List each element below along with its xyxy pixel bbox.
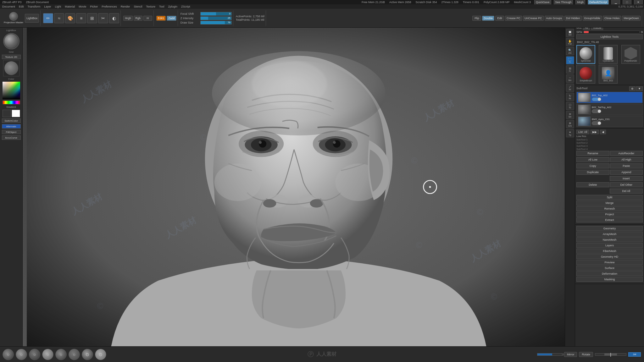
del-all-btn[interactable]: Del All <box>610 189 643 194</box>
cylinder3d-thumb[interactable]: Cylinder3D <box>599 45 618 64</box>
texture-menu[interactable]: Texture <box>145 5 156 8</box>
stencil-menu[interactable]: Stencil <box>133 5 143 8</box>
rename-btn[interactable]: Rename <box>576 151 609 156</box>
rgb-btn[interactable]: Rgb <box>134 16 142 21</box>
see-through-btn[interactable]: See Through <box>554 0 573 5</box>
double-btn[interactable]: Double <box>482 16 494 21</box>
preferences-menu[interactable]: Preferences <box>101 5 118 8</box>
mrgb-btn[interactable]: Mrgb <box>575 0 585 5</box>
expand-all-btn[interactable]: ▶▶ <box>591 130 599 134</box>
zscript-menu[interactable]: ZScript <box>180 5 191 8</box>
smooth-btn[interactable]: ≈ <box>54 13 64 23</box>
texture-2d-btn[interactable]: Texture 2D <box>2 55 21 59</box>
transpose-btn[interactable]: ⊞ <box>87 13 97 23</box>
nanomesh-btn[interactable]: NanoMesh <box>576 237 643 242</box>
lightbox-btn[interactable]: LightBox <box>25 14 39 23</box>
mask-btn[interactable]: ◐ <box>109 13 119 23</box>
subtool-toggle-btn[interactable]: ⊕ <box>629 86 636 91</box>
bottom-tool-5[interactable]: ○ <box>55 349 67 360</box>
split-btn[interactable]: Split <box>576 195 643 200</box>
surface-btn[interactable]: Surface <box>576 266 643 271</box>
select-icon-btn[interactable]: 🔲Sel <box>566 29 574 37</box>
geometry-btn[interactable]: Geometry <box>576 226 643 231</box>
collapse-all-btn[interactable]: ◀ <box>600 130 606 134</box>
list-all-btn[interactable]: List: All <box>576 130 589 134</box>
tp-icon-btn[interactable]: ✦Tp <box>566 129 574 137</box>
movie-menu[interactable]: Movie <box>78 5 87 8</box>
h-btn[interactable]: H <box>143 16 152 21</box>
preview-btn[interactable]: Preview <box>576 260 643 265</box>
zoom-icon-btn[interactable]: 🔍Zm <box>566 47 574 55</box>
picker-menu[interactable]: Picker <box>89 5 99 8</box>
all-low-btn[interactable]: All Low <box>576 157 609 162</box>
subtool-item-3[interactable]: BM2_eyes_C01 <box>576 116 643 127</box>
all-high-btn[interactable]: All High <box>610 157 643 162</box>
draw-btn[interactable]: ✏ <box>43 13 53 23</box>
bottom-tool-2[interactable]: ○ <box>16 349 27 360</box>
alternate-btn[interactable]: Alternate <box>2 124 21 129</box>
auto-groups-btn[interactable]: Auto Groups <box>545 16 564 21</box>
zplugin-menu[interactable]: Zplugin <box>167 5 178 8</box>
minimize-btn[interactable]: ▁ <box>611 0 620 5</box>
scale-icon-btn[interactable]: ⤢Sc <box>566 84 574 92</box>
zoom-slider[interactable] <box>537 353 562 356</box>
bottom-tool-6[interactable]: ○ <box>69 349 80 360</box>
append-btn[interactable]: Append <box>610 170 643 175</box>
pan-icon-btn[interactable]: ✋Pan <box>566 38 574 46</box>
default-script-btn[interactable]: DefaultZScript <box>588 0 609 5</box>
gizmo-icon-btn[interactable]: ⊕Gm <box>566 120 574 128</box>
canvas-area[interactable]: 人人素材 人人素材 人人素材 人人素材 人人素材 人人素材 人人素材 人人素材 … <box>23 28 575 346</box>
bottom-tool-8[interactable]: ⊙ <box>95 349 106 360</box>
quicksave-btn[interactable]: QuickSave <box>534 0 551 5</box>
polymesh3d-thumb[interactable]: PolyMesh3D <box>621 45 640 64</box>
duplicate-btn[interactable]: Duplicate <box>576 170 609 175</box>
deformation-btn[interactable]: Deformation <box>576 271 643 276</box>
accu-curve-btn[interactable]: AccuCurve <box>2 135 21 140</box>
subtool-eye-1[interactable] <box>592 97 601 101</box>
move-icon-btn[interactable]: ↔Mv <box>566 74 574 83</box>
delete-btn[interactable]: Delete <box>576 182 609 187</box>
mirror-btn[interactable]: Mirror <box>564 352 577 357</box>
sphere3d-thumb[interactable]: Sphere3D <box>576 45 595 64</box>
insert-btn[interactable]: Insert <box>610 176 643 181</box>
projection-master-btn[interactable]: Projection Master <box>3 11 24 25</box>
bottom-tool-1[interactable]: ○ <box>3 349 14 360</box>
slv-icon-btn[interactable]: ≋Slv <box>566 111 574 119</box>
layers-btn[interactable]: Layers <box>576 243 643 248</box>
z-intensity-slider[interactable]: 25 <box>200 16 232 20</box>
light-menu[interactable]: Light <box>54 5 62 8</box>
edit-menu[interactable]: Edit <box>18 5 25 8</box>
fibermesh-btn[interactable]: FiberMesh <box>576 249 643 254</box>
subtool-eye-2[interactable] <box>592 109 601 113</box>
copy-btn[interactable]: Copy <box>576 163 609 168</box>
spix-slider[interactable] <box>584 31 640 33</box>
material-menu[interactable]: Material <box>64 5 76 8</box>
dol-hidden-btn[interactable]: Dol Hidden <box>564 16 582 21</box>
frame-icon-btn[interactable]: ⛶Fr <box>566 56 574 64</box>
jot-btn[interactable]: Jot <box>628 352 641 357</box>
arraymesh-btn[interactable]: ArrayMesh <box>576 232 643 237</box>
geometry-hd-btn[interactable]: Geometry HD <box>576 254 643 259</box>
focal-shift-slider[interactable]: 0 <box>200 12 232 16</box>
rotate-icon-btn[interactable]: ↻Rt <box>566 93 574 101</box>
bm2-thumb[interactable]: 👤 BM2_B02 <box>599 65 618 84</box>
draw-size-slider[interactable]: 79 <box>200 21 232 25</box>
merge-btn[interactable]: Merge <box>576 200 643 206</box>
edit-btn2[interactable]: Edit <box>495 16 504 21</box>
masking-btn[interactable]: Masking <box>576 277 643 282</box>
project-btn[interactable]: Project <box>576 212 643 217</box>
close-btn[interactable]: ✕ <box>634 0 643 5</box>
fill-object-btn[interactable]: FillObject <box>2 130 21 134</box>
primary-color[interactable] <box>3 110 11 117</box>
paste-btn[interactable]: Paste <box>610 163 643 168</box>
subtool-expand-btn[interactable]: ▼ <box>636 86 643 91</box>
rotate-slider[interactable] <box>595 353 626 356</box>
switch-color-btn[interactable]: SwitchColor <box>2 118 21 123</box>
bottom-tool-7[interactable]: ⊙ <box>82 349 93 360</box>
flip-btn[interactable]: Flip <box>472 16 481 21</box>
topo-icon-btn[interactable]: ⬡To <box>566 102 574 110</box>
doc-menu[interactable]: Document <box>1 5 16 8</box>
zadd-btn[interactable]: Zadd <box>167 16 176 21</box>
edit1-btn[interactable]: Edit1 <box>156 16 166 21</box>
color-picker[interactable] <box>3 82 20 99</box>
